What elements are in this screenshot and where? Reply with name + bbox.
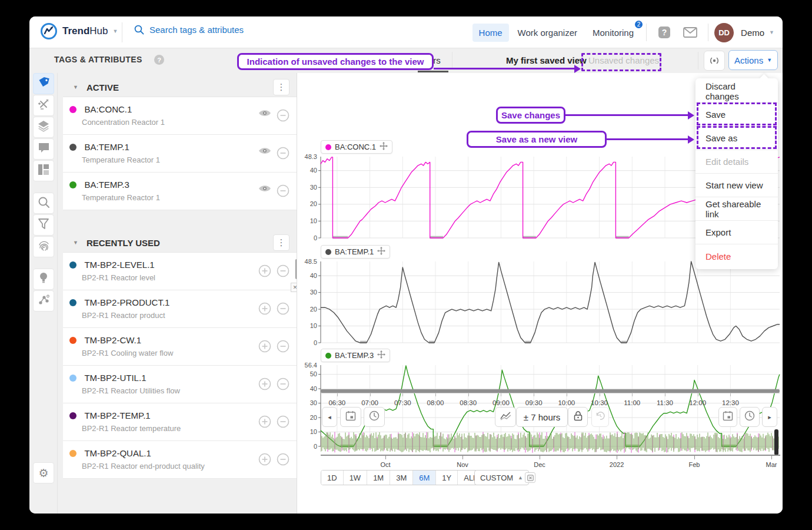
rail-button-bulb[interactable] xyxy=(33,269,54,290)
start-calendar-button[interactable] xyxy=(340,407,361,427)
search-icon xyxy=(134,25,144,35)
collapse-chevron-icon[interactable]: ▼ xyxy=(73,240,78,246)
tag-row-BA:CONC.1[interactable]: BA:CONC.1 Concentration Reactor 1 xyxy=(63,97,297,135)
menu-item-delete[interactable]: Delete xyxy=(695,244,778,268)
range-button-1w[interactable]: 1W xyxy=(344,471,368,485)
chart-BA:TEMP.1[interactable]: 01020304048.5 xyxy=(321,261,780,343)
menu-item-export[interactable]: Export xyxy=(695,221,778,244)
search-icon xyxy=(38,196,50,211)
end-calendar-button[interactable] xyxy=(718,407,737,427)
series-chip-BA:CONC.1[interactable]: BA:CONC.1 xyxy=(321,140,392,154)
move-icon[interactable] xyxy=(380,142,388,153)
menu-item-save[interactable]: Save xyxy=(695,103,778,127)
plus-icon[interactable] xyxy=(258,264,271,280)
time-tick-label: 11:00 xyxy=(624,399,640,406)
tag-row-BA:TEMP.3[interactable]: BA:TEMP.3 Temperature Reactor 1 xyxy=(63,173,297,210)
minus-icon[interactable] xyxy=(277,415,289,430)
move-icon[interactable] xyxy=(377,350,385,361)
panel-help-icon[interactable]: ? xyxy=(154,55,164,65)
rail-button-funnel[interactable] xyxy=(33,214,54,236)
rail-button-search[interactable] xyxy=(33,193,54,214)
range-button-1m[interactable]: 1M xyxy=(367,471,390,485)
minus-icon[interactable] xyxy=(277,377,289,393)
range-button-1y[interactable]: 1Y xyxy=(436,471,458,485)
tag-row-TM-BP2-PRODUCT.1[interactable]: TM-BP2-PRODUCT.1 BP2-R1 Reactor product xyxy=(63,290,297,328)
context-tick xyxy=(385,456,386,459)
y-axis-label: 30 xyxy=(294,289,317,296)
eye-icon[interactable] xyxy=(258,147,271,162)
plus-icon[interactable] xyxy=(258,415,271,430)
minus-icon[interactable] xyxy=(277,453,289,468)
time-tick xyxy=(534,393,534,396)
tag-row-TM-BP2-UTIL.1[interactable]: TM-BP2-UTIL.1 BP2-R1 Reactor Utilities f… xyxy=(63,366,297,403)
minus-icon[interactable] xyxy=(277,109,289,124)
time-tick xyxy=(501,393,501,396)
nav-link-work-organizer[interactable]: Work organizer xyxy=(511,24,584,42)
nav-link-home[interactable]: Home xyxy=(472,24,509,42)
context-overview-chart[interactable] xyxy=(321,430,780,454)
range-button-3m[interactable]: 3M xyxy=(390,471,413,485)
time-tick-label: 08:00 xyxy=(427,399,444,406)
eye-icon[interactable] xyxy=(258,184,271,200)
rail-button-formula[interactable] xyxy=(33,95,54,116)
search-placeholder: Search tags & attributes xyxy=(149,25,244,35)
range-button-1d[interactable]: 1D xyxy=(321,471,344,485)
search-input[interactable]: Search tags & attributes xyxy=(134,25,244,35)
rail-button-fingerprint[interactable] xyxy=(33,236,54,257)
minus-icon[interactable] xyxy=(277,302,289,317)
compare-button[interactable] xyxy=(495,407,516,427)
end-clock-button[interactable] xyxy=(740,407,760,427)
minus-icon[interactable] xyxy=(277,264,289,280)
menu-item-get-shareable-link[interactable]: Get shareable link xyxy=(695,197,778,221)
tag-row-TM-BP2-CW.1[interactable]: TM-BP2-CW.1 BP2-R1 Cooling water flow xyxy=(63,328,297,366)
range-button-6m[interactable]: 6M xyxy=(413,471,436,485)
rail-button-tag[interactable] xyxy=(33,73,54,94)
section-title: ACTIVE xyxy=(86,82,273,92)
minus-icon[interactable] xyxy=(277,147,289,162)
left-icon-rail: ⚙ xyxy=(29,73,58,514)
brand-chevron-icon[interactable]: ▼ xyxy=(112,28,118,34)
context-selection-handle[interactable] xyxy=(774,429,778,455)
lock-window-button[interactable] xyxy=(568,407,588,427)
start-clock-button[interactable] xyxy=(364,407,385,427)
plus-icon[interactable] xyxy=(258,340,271,355)
actions-button[interactable]: Actions▼ xyxy=(728,50,778,70)
section-menu-button[interactable]: ⋮ xyxy=(273,234,289,251)
minus-icon[interactable] xyxy=(277,340,289,355)
menu-item-save-as[interactable]: Save as xyxy=(695,127,778,150)
move-icon[interactable] xyxy=(377,247,385,257)
brand-logo[interactable]: TrendHub ▼ xyxy=(40,22,118,40)
rail-button-comment[interactable] xyxy=(33,138,54,160)
time-window-button[interactable]: ± 7 hours xyxy=(516,407,568,427)
rail-button-nodes[interactable] xyxy=(33,290,54,312)
series-chip-BA:TEMP.3[interactable]: BA:TEMP.3 xyxy=(321,349,390,362)
tag-row-TM-BP2-LEVEL.1[interactable]: TM-BP2-LEVEL.1 BP2-R1 Reactor level xyxy=(63,253,297,290)
menu-item-start-new-view[interactable]: Start new view xyxy=(695,174,778,197)
plus-icon[interactable] xyxy=(258,377,271,393)
tag-row-BA:TEMP.1[interactable]: BA:TEMP.1 Temperature Reactor 1 xyxy=(63,135,297,173)
avatar[interactable]: DD xyxy=(714,23,734,42)
section-menu-button[interactable]: ⋮ xyxy=(273,79,289,95)
time-tick xyxy=(370,393,371,396)
tag-row-TM-BP2-QUAL.1[interactable]: TM-BP2-QUAL.1 BP2-R1 Reactor end-product… xyxy=(63,441,297,479)
step-back-button[interactable]: ◂ xyxy=(322,407,337,427)
clear-range-button[interactable] xyxy=(525,472,535,483)
tag-row-TM-BP2-TEMP.1[interactable]: TM-BP2-TEMP.1 BP2-R1 Reactor temperature xyxy=(63,403,297,441)
collapse-chevron-icon[interactable]: ▼ xyxy=(73,84,78,90)
nav-link-monitoring[interactable]: Monitoring2 xyxy=(586,24,640,42)
menu-item-discard-changes[interactable]: Discard changes xyxy=(695,80,778,103)
minus-icon[interactable] xyxy=(277,184,289,200)
rail-button-layers[interactable] xyxy=(33,117,54,138)
step-forward-button[interactable]: ▸ xyxy=(762,407,777,427)
series-chip-BA:TEMP.1[interactable]: BA:TEMP.1 xyxy=(321,245,390,259)
live-mode-button[interactable] xyxy=(704,51,725,71)
settings-button[interactable]: ⚙ xyxy=(33,462,54,483)
eye-icon[interactable] xyxy=(258,109,271,124)
plus-icon[interactable] xyxy=(258,453,271,468)
mail-button[interactable] xyxy=(678,21,702,44)
help-button[interactable]: ? xyxy=(653,21,676,44)
user-menu-chevron-icon[interactable]: ▼ xyxy=(769,29,774,35)
custom-range-button[interactable]: CUSTOM▲ xyxy=(474,470,529,485)
rail-button-dashboard[interactable] xyxy=(33,160,54,181)
plus-icon[interactable] xyxy=(258,302,271,317)
